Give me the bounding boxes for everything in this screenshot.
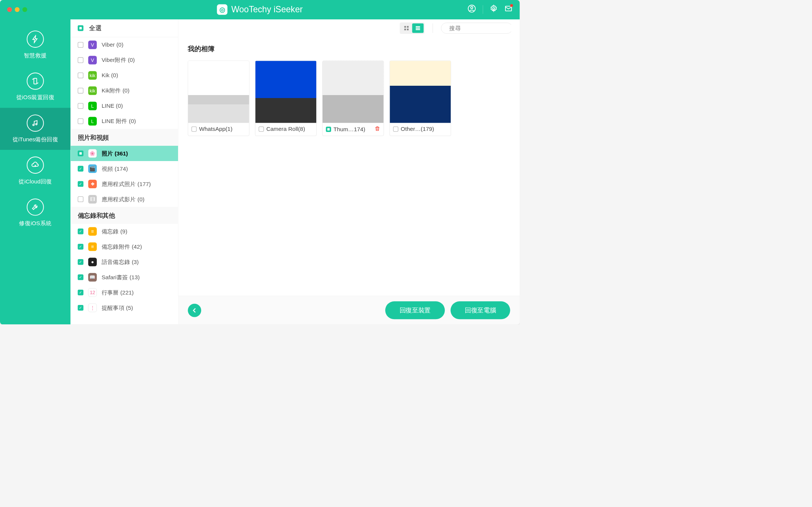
checkbox[interactable]: ✓ [78, 305, 83, 311]
checkbox[interactable] [258, 126, 264, 132]
arrow-left-icon [191, 307, 198, 314]
checkbox[interactable] [326, 127, 331, 132]
mail-icon[interactable] [504, 4, 513, 15]
checkbox[interactable] [78, 88, 83, 94]
window-controls [7, 7, 27, 12]
svg-point-6 [36, 123, 37, 125]
sidebar-item-label: 從iTunes備份回復 [13, 136, 58, 143]
list-item[interactable]: ✓≡備忘錄附件 (42) [70, 239, 178, 254]
gear-icon[interactable] [490, 4, 498, 15]
sidebar-item-label: 修復iOS系統 [19, 220, 51, 227]
checkbox[interactable] [78, 118, 83, 124]
checkbox[interactable] [78, 57, 83, 63]
app-icon: 🎬 [88, 164, 97, 173]
sidebar-item-repair[interactable]: 修復iOS系統 [0, 192, 70, 234]
sidebar-item-smart-rescue[interactable]: 智慧救援 [0, 24, 70, 66]
list-item[interactable]: ✓≡備忘錄 (9) [70, 224, 178, 239]
album-label: Other…(179) [401, 126, 447, 132]
checkbox[interactable] [191, 126, 197, 132]
sidebar-item-ios-device[interactable]: 從iOS裝置回復 [0, 66, 70, 108]
sidebar-item-label: 從iOS裝置回復 [16, 94, 54, 101]
list-item-label: 備忘錄 (9) [102, 228, 171, 235]
app-icon: L [88, 102, 97, 110]
list-item-label: LINE (0) [102, 103, 171, 109]
album-footer: Camera Roll(8) [255, 123, 316, 135]
checkbox[interactable]: ✓ [78, 244, 83, 249]
list-item[interactable]: kikKik附件 (0) [70, 83, 178, 98]
app-icon: ≡ [88, 227, 97, 236]
list-item[interactable]: ✓❖應用程式照片 (177) [70, 176, 178, 192]
account-icon[interactable] [467, 4, 476, 15]
list-item[interactable]: VViber (0) [70, 37, 178, 53]
view-toggle [400, 22, 425, 34]
recover-to-pc-button[interactable]: 回復至電腦 [451, 301, 510, 319]
svg-rect-13 [416, 29, 420, 30]
select-all-row[interactable]: 全選 [70, 19, 178, 37]
list-item-label: Safari書簽 (13) [102, 273, 171, 281]
checkbox[interactable]: ✓ [78, 259, 83, 265]
minimize-icon[interactable] [15, 7, 20, 12]
maximize-icon[interactable] [22, 7, 27, 12]
section-title: 我的相簿 [188, 44, 510, 53]
checkbox[interactable]: ✓ [78, 229, 83, 234]
list-item[interactable]: 🎞應用程式影片 (0) [70, 192, 178, 207]
sidebar-item-itunes[interactable]: 從iTunes備份回復 [0, 108, 70, 150]
list-item[interactable]: kikKik (0) [70, 68, 178, 83]
app-window: ◎ WooTechy iSeeker 智慧救援 從iO [0, 0, 520, 324]
checkbox[interactable]: ✓ [78, 181, 83, 187]
list-item[interactable]: ✓●語音備忘錄 (3) [70, 254, 178, 270]
svg-rect-7 [404, 26, 406, 28]
album-card[interactable]: Other…(179) [390, 61, 451, 136]
svg-rect-11 [416, 26, 420, 27]
list-item-label: 應用程式影片 (0) [102, 195, 171, 203]
list-item-label: 視頻 (174) [102, 165, 171, 172]
list-item[interactable]: LLINE (0) [70, 98, 178, 114]
list-item-label: 行事曆 (221) [102, 289, 171, 296]
app-logo-icon: ◎ [217, 4, 228, 15]
checkbox[interactable]: ✓ [78, 274, 83, 280]
trash-icon[interactable] [374, 126, 380, 133]
recover-to-device-button[interactable]: 回復至裝置 [385, 301, 445, 319]
list-item-label: Kik (0) [102, 72, 171, 79]
list-item[interactable]: ✓📖Safari書簽 (13) [70, 270, 178, 285]
select-all-checkbox[interactable] [78, 25, 83, 31]
close-icon[interactable] [7, 7, 12, 12]
app-icon: V [88, 41, 97, 49]
svg-point-5 [33, 124, 34, 126]
search-input[interactable] [449, 25, 520, 32]
app-icon: 🌸 [88, 149, 97, 158]
checkbox[interactable] [393, 126, 398, 132]
search-box[interactable] [441, 23, 513, 34]
back-button[interactable] [188, 303, 201, 317]
checkbox[interactable] [78, 151, 83, 156]
list-item-label: 照片 (361) [102, 149, 171, 157]
checkbox[interactable]: ✓ [78, 166, 83, 171]
grid-view-button[interactable] [401, 23, 412, 33]
app-icon: 12 [88, 288, 97, 297]
checkbox[interactable]: ✓ [78, 290, 83, 295]
sidebar-item-label: 從iCloud回復 [19, 177, 52, 185]
list-item-label: Viber附件 (0) [102, 56, 171, 64]
checkbox[interactable] [78, 42, 83, 48]
list-scroll[interactable]: VViber (0)VViber附件 (0)kikKik (0)kikKik附件… [70, 37, 178, 325]
titlebar: ◎ WooTechy iSeeker [0, 0, 520, 19]
album-card[interactable]: Thum…174) [322, 61, 384, 136]
checkbox[interactable] [78, 196, 83, 202]
list-item[interactable]: ✓⋮提醒事項 (5) [70, 300, 178, 315]
cloud-download-icon [27, 157, 44, 174]
list-item[interactable]: LLINE 附件 (0) [70, 114, 178, 129]
list-item[interactable]: ✓12行事曆 (221) [70, 285, 178, 300]
list-view-button[interactable] [412, 23, 424, 33]
svg-rect-8 [407, 26, 408, 28]
select-all-label: 全選 [89, 24, 101, 32]
checkbox[interactable] [78, 103, 83, 108]
sidebar-item-icloud[interactable]: 從iCloud回復 [0, 150, 70, 192]
album-card[interactable]: Camera Roll(8) [255, 61, 317, 136]
section-header: 備忘錄和其他 [70, 207, 178, 224]
list-item[interactable]: VViber附件 (0) [70, 53, 178, 68]
app-title: WooTechy iSeeker [231, 4, 303, 15]
list-item[interactable]: ✓🎬視頻 (174) [70, 161, 178, 176]
checkbox[interactable] [78, 73, 83, 78]
list-item[interactable]: 🌸照片 (361) [70, 146, 178, 161]
album-card[interactable]: WhatsApp(1) [188, 61, 249, 136]
